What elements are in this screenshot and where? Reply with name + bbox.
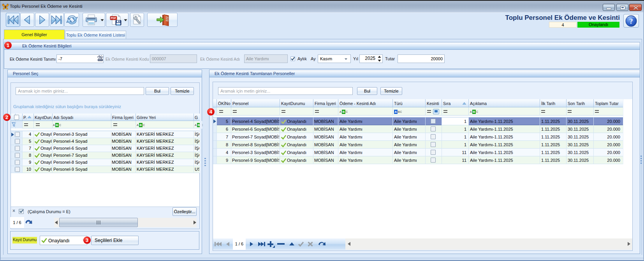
svg-text:PDF: PDF (111, 17, 117, 19)
svg-text:?: ? (630, 18, 633, 25)
